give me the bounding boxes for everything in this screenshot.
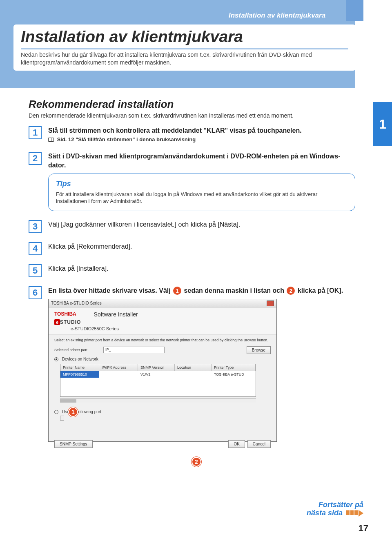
estudio-logo: eSTUDIO (54, 319, 81, 325)
radio-following-port[interactable] (54, 410, 58, 414)
scrollbar[interactable] (60, 399, 256, 403)
selected-port-label: Selected printer port (54, 347, 103, 352)
chapter-tab: 1 (373, 102, 392, 146)
header-corner-tab (346, 0, 363, 21)
step-reference-text: Sid. 12 "Slå till/från strömmen" i denna… (57, 136, 196, 142)
step-4: 4 Klicka på [Rekommenderad]. (29, 242, 355, 255)
selected-port-value[interactable]: IP_ (103, 347, 165, 353)
estudio-text: STUDIO (60, 319, 81, 325)
table-header: Printer Name IP/IPX Address SNMP Version… (60, 364, 256, 371)
cell-type: TOSHIBA e-STUD (212, 371, 247, 378)
title-box: Installation av klientmjukvara Nedan bes… (13, 24, 356, 71)
main-content: Rekommenderad installation Den rekommend… (29, 98, 355, 444)
step-text-mid: sedan denna maskin i listan och (184, 287, 286, 294)
col-printer-name: Printer Name (60, 364, 99, 371)
cancel-button[interactable]: Cancel (247, 440, 271, 448)
step-3: 3 Välj [Jag godkänner villkoren i licens… (29, 220, 355, 233)
cell-ip (99, 371, 138, 378)
step-reference: Sid. 12 "Slå till/från strömmen" i denna… (48, 136, 355, 143)
continue-line1: Fortsätter på (318, 501, 363, 509)
installer-dialog: TOSHIBA e-STUDIO Series TOSHIBA Software… (48, 299, 277, 442)
col-type: Printer Type (212, 364, 256, 371)
page-intro: Nedan beskrivs hur du går tillväga för a… (21, 51, 348, 71)
cell-name: MFP07988510 (60, 371, 99, 378)
step-text: Välj [Jag godkänner villkoren i licensav… (48, 220, 355, 229)
title-separator (21, 48, 348, 49)
section-intro: Den rekommenderade klientmjukvaran som t… (29, 112, 355, 119)
col-ip: IP/IPX Address (99, 364, 138, 371)
tips-text: För att installera klientmjukvaran skall… (56, 191, 347, 205)
step-number: 2 (29, 152, 42, 165)
tips-title: Tips (56, 179, 347, 189)
step-text: Sätt i DVD-skivan med klientprogram/anvä… (48, 152, 355, 169)
snmp-settings-button[interactable]: SNMP Settings (54, 440, 93, 448)
col-snmp: SNMP Version (138, 364, 175, 371)
step-text: En lista över hittade skrivare visas. Vä… (48, 286, 355, 295)
tips-box: Tips För att installera klientmjukvaran … (48, 174, 355, 211)
step-number: 4 (29, 242, 42, 255)
cell-snmp: V1/V2 (138, 371, 175, 378)
table-row[interactable]: MFP07988510 V1/V2 TOSHIBA e-STUD (60, 371, 256, 378)
close-icon[interactable] (267, 301, 274, 306)
browse-button[interactable]: Browse (247, 346, 271, 354)
radio-devices-network-label: Devices on Network (62, 357, 98, 361)
step-number: 1 (29, 126, 42, 139)
dialog-window-title: TOSHIBA e-STUDIO Series (51, 301, 102, 307)
step-1: 1 Slå till strömmen och kontrollera att … (29, 126, 355, 143)
installer-subtitle: e-STUDIO2550C Series (71, 326, 271, 332)
step-number: 3 (29, 220, 42, 233)
step-5: 5 Klicka på [Installera]. (29, 264, 355, 277)
step-2: 2 Sätt i DVD-skivan med klientprogram/an… (29, 152, 355, 211)
book-icon (48, 138, 54, 142)
step-text-post: klicka på [OK]. (298, 287, 343, 294)
step-text: Slå till strömmen och kontrollera att me… (48, 126, 355, 135)
dialog-titlebar: TOSHIBA e-STUDIO Series (49, 299, 276, 308)
step-number: 5 (29, 264, 42, 277)
brand-label: TOSHIBA (54, 311, 76, 317)
section-heading: Rekommenderad installation (29, 98, 355, 111)
page-title: Installation av klientmjukvara (21, 28, 348, 47)
radio-devices-network[interactable] (54, 357, 58, 361)
step-text: Klicka på [Rekommenderad]. (48, 242, 355, 251)
step-number: 6 (29, 286, 42, 299)
installer-title: Software Installer (94, 311, 138, 318)
cell-loc (175, 371, 212, 378)
printer-table: Printer Name IP/IPX Address SNMP Version… (60, 364, 256, 397)
inline-callout-2: 2 (287, 287, 295, 295)
continue-note: Fortsätter på nästa sida (307, 501, 363, 517)
continue-arrow-icon (359, 510, 363, 517)
dialog-header: TOSHIBA Software Installer eSTUDIO e-STU… (49, 308, 276, 334)
step-6: 6 En lista över hittade skrivare visas. … (29, 286, 355, 442)
col-location: Location (175, 364, 212, 371)
callout-badge-2: 2 (192, 457, 201, 467)
dialog-footer: SNMP Settings OK Cancel (54, 440, 271, 448)
inline-callout-1: 1 (173, 287, 181, 295)
continue-line2: nästa sida (307, 509, 343, 517)
step-text-pre: En lista över hittade skrivare visas. Vä… (48, 287, 172, 294)
step-text: Klicka på [Installera]. (48, 264, 355, 273)
dialog-body: Select an existing printer port from a d… (49, 334, 276, 451)
continue-dots-icon (346, 509, 359, 517)
port-input[interactable] (60, 416, 64, 421)
running-header: Installation av klientmjukvara (229, 11, 325, 20)
estudio-e-icon: e (54, 319, 60, 325)
ok-button[interactable]: OK (228, 440, 245, 448)
dialog-description: Select an existing printer port from a d… (54, 338, 271, 343)
page-number: 17 (359, 523, 368, 534)
